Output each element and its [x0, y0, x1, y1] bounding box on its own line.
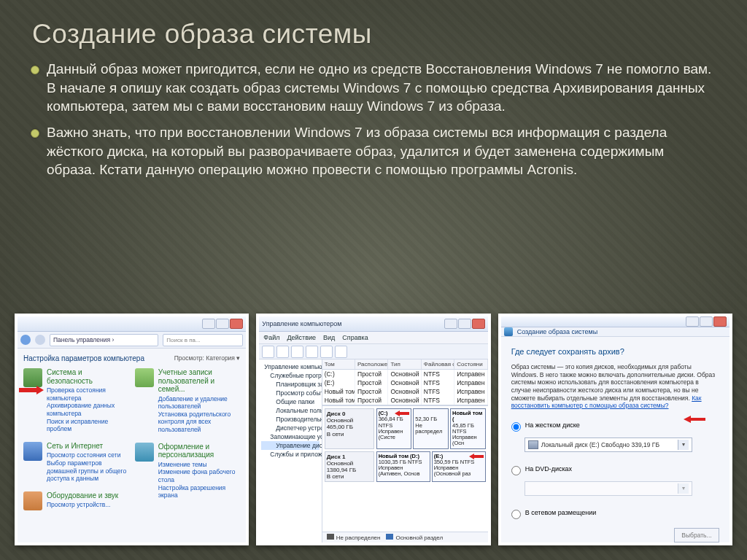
volume-list[interactable]: (C:)ПростойОсновнойNTFSИсправен(E:)Прост…	[322, 370, 488, 405]
table-row[interactable]: Новый том (F:)ПростойОсновнойNTFSИсправе…	[322, 396, 488, 405]
red-arrow-icon	[469, 454, 484, 459]
tool-button[interactable]	[291, 346, 303, 358]
disk-label: Диск 0Основной 465,00 ГБ В сети	[325, 408, 374, 449]
cp-item-appearance[interactable]: Оформление и персонализацияИзменение тем…	[135, 443, 241, 499]
browse-button[interactable]: Выбрать...	[674, 528, 719, 542]
tool-button[interactable]	[276, 346, 289, 358]
min-button[interactable]	[444, 319, 457, 329]
svg-marker-1	[395, 411, 409, 416]
cp-item-accounts[interactable]: Учетные записи пользователей и семей...Д…	[135, 368, 241, 434]
legend: Не распределен Основной раздел	[322, 532, 488, 542]
close-button[interactable]	[472, 319, 485, 329]
column-headers[interactable]: ТомРасположен...ТипФайловая системаСосто…	[322, 359, 488, 370]
partition[interactable]: Новый том (D:)1030,35 ГБ NTFSИсправен (А…	[376, 451, 430, 483]
cp-item-system-security[interactable]: Система и безопасностьПроверка состояния…	[23, 368, 129, 433]
partition[interactable]: (E:)350,59 ГБ NTFSИсправен (Основной раз	[432, 451, 486, 483]
slide: Создание образа системы Данный образ мож…	[0, 0, 747, 560]
close-button[interactable]	[713, 316, 727, 327]
tool-button[interactable]	[320, 346, 333, 358]
breadcrumb: Панель управления ›	[53, 336, 114, 343]
window-titlebar[interactable]	[501, 316, 729, 327]
view-by[interactable]: Просмотр: Категория ▾	[174, 354, 241, 362]
chevron-down-icon: ▾	[678, 440, 689, 450]
bullet-item: Данный образ может пригодится, если не о…	[47, 60, 715, 116]
chevron-down-icon: ▾	[678, 483, 689, 494]
window-titlebar[interactable]	[18, 316, 246, 332]
globe-icon	[23, 442, 42, 461]
disk-dropdown[interactable]: Локальный диск (E:) Свободно 339,19 ГБ ▾	[525, 438, 692, 452]
tree-view[interactable]: Управление компьютером (лСлужебные прогр…	[259, 359, 322, 542]
option-network[interactable]: В сетевом размещении	[511, 509, 719, 519]
shield-icon	[23, 368, 42, 387]
bullet-list: Данный образ может пригодится, если не о…	[47, 60, 715, 179]
radio-network[interactable]	[511, 510, 521, 519]
tree-node[interactable]: Запоминающие устройст	[261, 432, 319, 441]
tree-node[interactable]: Служебные программы	[261, 371, 319, 380]
disk-row: Диск 0Основной 465,00 ГБ В сети (C:)366,…	[325, 408, 486, 449]
tree-node[interactable]: Диспетчер устройств	[261, 424, 319, 432]
svg-marker-3	[684, 416, 705, 423]
bullet-item: Важно знать, что при восстановлении Wind…	[47, 123, 715, 179]
tool-button[interactable]	[306, 346, 318, 358]
table-row[interactable]: (C:)ПростойОсновнойNTFSИсправен	[322, 370, 488, 378]
cp-item-network[interactable]: Сеть и ИнтернетПросмотр состояния сети В…	[23, 442, 129, 483]
screenshot-disk-mgmt: Управление компьютером Файл Действие Вид…	[256, 314, 490, 545]
menu-view[interactable]: Вид	[323, 334, 335, 341]
tree-node[interactable]: Планировщик заданий	[261, 380, 319, 389]
table-row[interactable]: Новый том (D:)ПростойОсновнойNTFSИсправе…	[322, 387, 488, 396]
menu-bar[interactable]: Файл Действие Вид Справка	[259, 332, 487, 344]
hdd-icon	[528, 440, 538, 449]
option-dvd[interactable]: На DVD-дисках	[511, 465, 719, 475]
menu-file[interactable]: Файл	[263, 334, 279, 341]
partition[interactable]: (C:)366,84 ГБ NTFSИсправен (Систе	[376, 408, 412, 449]
wizard-description: Образ системы — это копия дисков, необхо…	[511, 363, 719, 410]
screenshot-control-panel: Панель управления › Поиск в па... Настро…	[15, 314, 249, 545]
tree-node[interactable]: Локальные пользовател	[261, 406, 319, 415]
breadcrumb: Создание образа системы	[517, 328, 598, 335]
monitor-icon	[135, 443, 154, 462]
search-input[interactable]: Поиск в па...	[163, 334, 243, 346]
min-button[interactable]	[686, 316, 699, 327]
svg-marker-2	[469, 454, 484, 459]
max-button[interactable]	[700, 316, 713, 327]
nav-fwd-icon[interactable]	[35, 335, 45, 345]
screenshot-create-image-wizard: Создание образа системы Где следует сохр…	[498, 314, 732, 545]
radio-dvd[interactable]	[511, 466, 521, 475]
radio-hdd[interactable]	[511, 422, 521, 432]
min-button[interactable]	[202, 319, 215, 329]
cp-item-hardware[interactable]: Оборудование и звукПросмотр устройств...	[23, 491, 129, 510]
tree-node[interactable]: Управление дисками	[261, 441, 319, 450]
partition[interactable]: 52,30 ГБНе распредел	[413, 408, 449, 449]
tree-node[interactable]: Общие папки	[261, 397, 319, 406]
toolbar	[259, 344, 487, 359]
max-button[interactable]	[458, 319, 471, 329]
slide-title: Создание образа системы	[32, 19, 715, 50]
tree-node[interactable]: Службы и приложения	[261, 450, 319, 459]
menu-action[interactable]: Действие	[287, 334, 316, 341]
red-arrow-icon	[395, 411, 409, 416]
menu-help[interactable]: Справка	[342, 334, 368, 341]
tree-node[interactable]: Просмотр событий	[261, 389, 319, 397]
max-button[interactable]	[216, 319, 229, 329]
table-row[interactable]: (E:)ПростойОсновнойNTFSИсправен	[322, 378, 488, 387]
close-button[interactable]	[230, 319, 243, 329]
nav-back-icon[interactable]	[20, 335, 31, 345]
screenshots-row: Панель управления › Поиск в па... Настро…	[15, 314, 732, 545]
tool-button[interactable]	[335, 346, 347, 358]
disk-label: Диск 1Основной 1380,94 ГБ В сети	[325, 451, 374, 483]
tree-node[interactable]: Управление компьютером (л	[261, 362, 319, 371]
window-titlebar[interactable]: Управление компьютером	[259, 316, 487, 332]
printer-icon	[23, 491, 42, 510]
partition[interactable]: Новый том (45,85 ГБ NTFSИсправен (Осн	[450, 408, 486, 449]
wizard-heading: Где следует сохранять архив?	[511, 347, 719, 356]
disk-row: Диск 1Основной 1380,94 ГБ В сети Новый т…	[325, 451, 486, 483]
address-bar[interactable]: Панель управления ›	[50, 334, 158, 346]
red-arrow-icon	[19, 386, 44, 394]
tool-button[interactable]	[262, 346, 274, 358]
dvd-dropdown[interactable]: ▾	[525, 481, 692, 496]
page-title: Настройка параметров компьютера	[23, 354, 144, 362]
svg-marker-0	[19, 386, 44, 394]
users-icon	[135, 368, 154, 387]
wizard-shield-icon	[504, 327, 513, 336]
tree-node[interactable]: Производительность	[261, 415, 319, 424]
